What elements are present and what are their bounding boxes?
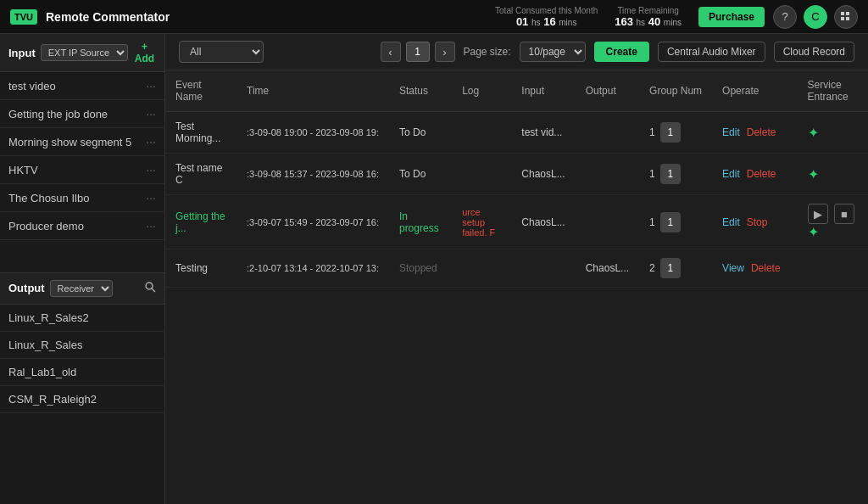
network-icon[interactable]: ✦ bbox=[808, 167, 819, 182]
operate-delete-link[interactable]: Delete bbox=[751, 262, 781, 274]
sidebar-input-item[interactable]: HKTV ··· bbox=[0, 156, 164, 184]
table-column-header: Input bbox=[511, 70, 575, 112]
user-button[interactable]: C bbox=[804, 5, 827, 29]
svg-rect-2 bbox=[841, 17, 844, 20]
svg-point-4 bbox=[146, 283, 153, 289]
table-row: Test name C:3-09-08 15:37 - 2023-09-08 1… bbox=[165, 154, 868, 195]
sidebar-output-item[interactable]: Linux_R_Sales bbox=[0, 332, 164, 359]
operate-edit-link[interactable]: Edit bbox=[722, 168, 740, 180]
consumed-value: 01 hs 16 mins bbox=[516, 15, 577, 28]
table-row: Getting the j...:3-09-07 15:49 - 2023-09… bbox=[165, 195, 868, 249]
sidebar-input-item[interactable]: Getting the job done ··· bbox=[0, 100, 164, 128]
sidebar-item-label: HKTV bbox=[8, 164, 146, 176]
output-search-button[interactable] bbox=[144, 281, 156, 295]
event-service-cell: ✦ bbox=[798, 154, 868, 195]
event-name-cell: Test name C bbox=[165, 154, 236, 195]
sidebar-item-label: Morning show segment 5 bbox=[8, 136, 146, 148]
sidebar-input-item[interactable]: Morning show segment 5 ··· bbox=[0, 128, 164, 156]
svg-rect-3 bbox=[846, 17, 849, 20]
table-column-header: Operate bbox=[712, 70, 797, 112]
event-time-cell: :2-10-07 13:14 - 2022-10-07 13: bbox=[236, 249, 389, 288]
next-page-button[interactable]: › bbox=[435, 42, 455, 62]
input-items-list: test video ···Getting the job done ···Mo… bbox=[0, 72, 164, 272]
table-header-row: Event NameTimeStatusLogInputOutputGroup … bbox=[165, 70, 868, 112]
event-log-cell: urce setup failed. F bbox=[452, 195, 511, 249]
event-group-cell: 11 bbox=[639, 112, 712, 154]
event-name-cell: Getting the j... bbox=[165, 195, 236, 249]
event-operate-cell: ViewDelete bbox=[712, 249, 797, 288]
sidebar-output-item[interactable]: CSM_R_Raleigh2 bbox=[0, 386, 164, 413]
event-status-cell: To Do bbox=[389, 112, 452, 154]
operate-edit-link[interactable]: Edit bbox=[722, 126, 740, 138]
table-body: Test Morning...:3-09-08 19:00 - 2023-09-… bbox=[165, 112, 868, 288]
output-source-select[interactable]: Receiver bbox=[50, 280, 113, 297]
event-group-cell: 11 bbox=[639, 154, 712, 195]
cloud-record-button[interactable]: Cloud Record bbox=[774, 42, 854, 62]
sidebar-item-menu-icon[interactable]: ··· bbox=[146, 191, 156, 204]
table-row: Testing:2-10-07 13:14 - 2022-10-07 13:St… bbox=[165, 249, 868, 288]
svg-rect-0 bbox=[841, 12, 844, 15]
prev-page-button[interactable]: ‹ bbox=[381, 42, 401, 62]
network-icon[interactable]: ✦ bbox=[808, 225, 819, 239]
sidebar-item-menu-icon[interactable]: ··· bbox=[146, 135, 156, 148]
filter-select[interactable]: AllTo DoIn ProgressStopped bbox=[179, 41, 264, 63]
table-column-header: Service Entrance bbox=[798, 70, 868, 112]
event-log-cell bbox=[452, 154, 511, 195]
output-items-list: Linux_R_Sales2Linux_R_SalesRal_Lab1_oldC… bbox=[0, 305, 164, 505]
output-label: Output bbox=[8, 282, 45, 294]
sidebar-item-label: test video bbox=[8, 80, 146, 92]
sidebar-item-menu-icon[interactable]: ··· bbox=[146, 107, 156, 120]
app-logo: TVU bbox=[10, 9, 37, 25]
purchase-button[interactable]: Purchase bbox=[698, 7, 765, 27]
sidebar-item-label: Getting the job done bbox=[8, 108, 146, 120]
svg-line-5 bbox=[152, 288, 155, 292]
event-input-cell: ChaosL... bbox=[511, 195, 575, 249]
service-icon-2[interactable]: ■ bbox=[834, 204, 854, 224]
operate-view-link[interactable]: View bbox=[722, 262, 744, 274]
event-log-cell bbox=[452, 249, 511, 288]
operate-delete-link[interactable]: Delete bbox=[747, 126, 776, 138]
central-audio-button[interactable]: Central Audio Mixer bbox=[658, 42, 765, 62]
content-area: AllTo DoIn ProgressStopped ‹ › Page size… bbox=[165, 34, 868, 504]
app-title: Remote Commentator bbox=[46, 10, 487, 24]
group-badge: 1 bbox=[660, 258, 681, 278]
sidebar-output-item[interactable]: Linux_R_Sales2 bbox=[0, 305, 164, 332]
apps-button[interactable] bbox=[834, 5, 858, 29]
remaining-value: 163 hs 40 mins bbox=[615, 15, 682, 28]
service-icon-1[interactable]: ▶ bbox=[808, 204, 828, 224]
sidebar-output-item[interactable]: Ral_Lab1_old bbox=[0, 359, 164, 386]
event-name-cell: Testing bbox=[165, 249, 236, 288]
sidebar-input-item[interactable]: The Chosun Ilbo ··· bbox=[0, 184, 164, 212]
page-size-select[interactable]: 10/page20/page50/page bbox=[520, 42, 586, 62]
event-time-cell: :3-09-07 15:49 - 2023-09-07 16: bbox=[236, 195, 389, 249]
operate-delete-link[interactable]: Delete bbox=[747, 168, 776, 180]
main-layout: Input EXT IP Source + Add test video ···… bbox=[0, 34, 868, 504]
input-label: Input bbox=[8, 47, 36, 59]
group-badge: 1 bbox=[660, 164, 681, 184]
event-operate-cell: EditStop bbox=[712, 195, 797, 249]
group-badge: 1 bbox=[660, 122, 681, 143]
operate-edit-link[interactable]: Edit bbox=[722, 216, 740, 228]
page-number-input[interactable] bbox=[406, 42, 430, 62]
add-input-button[interactable]: + Add bbox=[133, 41, 156, 64]
sidebar-item-label: Linux_R_Sales bbox=[8, 339, 156, 351]
help-button[interactable]: ? bbox=[773, 5, 797, 29]
operate-stop-link[interactable]: Stop bbox=[747, 216, 768, 228]
event-status-cell: In progress bbox=[389, 195, 452, 249]
remaining-label: Time Remaining bbox=[617, 6, 678, 15]
input-source-select[interactable]: EXT IP Source bbox=[41, 44, 128, 61]
create-button[interactable]: Create bbox=[594, 42, 649, 62]
input-section-header: Input EXT IP Source + Add bbox=[0, 34, 164, 72]
sidebar-item-label: CSM_R_Raleigh2 bbox=[8, 393, 156, 406]
sidebar-item-menu-icon[interactable]: ··· bbox=[146, 219, 156, 232]
sidebar-item-menu-icon[interactable]: ··· bbox=[146, 163, 156, 176]
event-operate-cell: EditDelete bbox=[712, 154, 797, 195]
sidebar-item-menu-icon[interactable]: ··· bbox=[146, 79, 156, 92]
event-service-cell: ▶ ■ ✦ bbox=[798, 195, 868, 249]
event-output-cell bbox=[576, 112, 639, 154]
sidebar-input-item[interactable]: Producer demo ··· bbox=[0, 212, 164, 240]
consumed-label: Total Consumed this Month bbox=[495, 6, 598, 15]
sidebar-input-item[interactable]: test video ··· bbox=[0, 72, 164, 100]
nav-icons: ? C bbox=[773, 5, 858, 29]
network-icon[interactable]: ✦ bbox=[808, 126, 819, 140]
